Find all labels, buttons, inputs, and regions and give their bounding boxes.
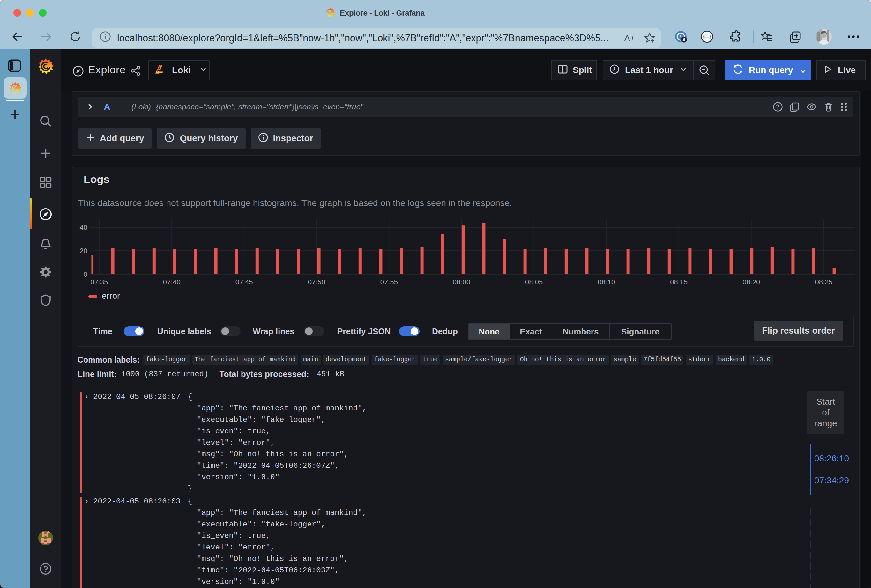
svg-text:40: 40 bbox=[80, 224, 87, 231]
svg-text:0: 0 bbox=[84, 270, 87, 278]
svg-text:A: A bbox=[624, 33, 630, 43]
svg-text:07:45: 07:45 bbox=[235, 278, 253, 286]
svg-text:07:40: 07:40 bbox=[163, 278, 181, 286]
svg-text:08:25: 08:25 bbox=[815, 278, 832, 286]
svg-text:08:15: 08:15 bbox=[670, 278, 688, 286]
svg-text:{...}: {...} bbox=[703, 34, 711, 39]
svg-text:07:55: 07:55 bbox=[380, 278, 398, 286]
svg-text:07:50: 07:50 bbox=[308, 278, 325, 286]
svg-text:08:00: 08:00 bbox=[453, 278, 470, 286]
svg-text:08:05: 08:05 bbox=[525, 278, 543, 286]
svg-text:08:20: 08:20 bbox=[742, 278, 760, 286]
svg-text:20: 20 bbox=[80, 247, 87, 255]
svg-text:07:35: 07:35 bbox=[90, 278, 108, 286]
svg-text:08:10: 08:10 bbox=[597, 278, 615, 286]
